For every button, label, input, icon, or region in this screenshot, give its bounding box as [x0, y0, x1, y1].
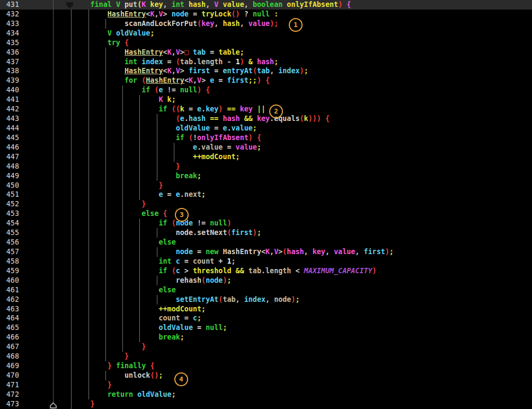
- code-line: if ((k = e.key) == key ||: [56, 105, 394, 114]
- annotation-badge: 1: [289, 18, 303, 32]
- code-line: setEntryAt(tab, index, node);: [56, 295, 394, 304]
- code-line: int c = count + 1;: [56, 257, 394, 266]
- code-line: if (node != null): [56, 219, 394, 228]
- line-number[interactable]: 431: [0, 0, 19, 10]
- line-number[interactable]: 452: [0, 199, 19, 209]
- line-number[interactable]: 435: [0, 38, 19, 48]
- code-line: }: [56, 342, 394, 352]
- line-number[interactable]: 450: [0, 181, 19, 190]
- code-line: node.setNext(first);: [56, 228, 394, 238]
- line-number[interactable]: 442: [0, 105, 19, 114]
- code-line: if (!onlyIfAbsent) {: [56, 133, 394, 143]
- code-line: break;: [56, 333, 394, 342]
- code-line: return oldValue;: [56, 390, 394, 399]
- line-number[interactable]: 438: [0, 66, 19, 76]
- annotation-badge: 3: [175, 208, 189, 222]
- code-line: ++modCount;: [56, 304, 394, 314]
- line-number[interactable]: 465: [0, 323, 19, 333]
- line-number[interactable]: 434: [0, 29, 19, 38]
- line-number[interactable]: 468: [0, 352, 19, 361]
- code-line: }: [56, 162, 394, 171]
- code-line: else: [56, 238, 394, 247]
- code-line: K k;: [56, 95, 394, 105]
- code-text-area[interactable]: final V put(K key, int hash, V value, bo…: [56, 0, 394, 409]
- line-number-gutter: 4314324334344354364374384394404414424434…: [0, 0, 19, 409]
- code-line: for (HashEntry<K,V> e = first;;) {: [56, 76, 394, 85]
- line-number[interactable]: 432: [0, 10, 19, 19]
- line-number[interactable]: 469: [0, 361, 19, 371]
- code-line: }: [56, 199, 394, 209]
- line-number[interactable]: 439: [0, 76, 19, 85]
- line-number[interactable]: 453: [0, 209, 19, 219]
- code-line: }: [56, 352, 394, 361]
- line-number[interactable]: 436: [0, 48, 19, 57]
- code-line: HashEntry<K,V> node = tryLock() ? null :: [56, 10, 394, 19]
- line-number[interactable]: 466: [0, 333, 19, 342]
- code-line: unlock();: [56, 371, 394, 380]
- line-number[interactable]: 433: [0, 19, 19, 29]
- line-number[interactable]: 471: [0, 380, 19, 390]
- code-line: node = new HashEntry<K,V>(hash, key, val…: [56, 247, 394, 257]
- code-line: break;: [56, 171, 394, 181]
- code-line: rehash(node);: [56, 276, 394, 285]
- code-line: V oldValue;: [56, 29, 394, 38]
- code-line: }: [56, 399, 394, 409]
- line-number[interactable]: 467: [0, 342, 19, 352]
- line-number[interactable]: 441: [0, 95, 19, 105]
- line-number[interactable]: 443: [0, 114, 19, 124]
- code-line: } finally {: [56, 361, 394, 371]
- code-line: count = c;: [56, 314, 394, 323]
- line-number[interactable]: 462: [0, 295, 19, 304]
- code-line: HashEntry<K,V>□ tab = table;: [56, 48, 394, 57]
- line-number[interactable]: 446: [0, 143, 19, 152]
- line-number[interactable]: 444: [0, 124, 19, 133]
- line-number[interactable]: 473: [0, 399, 19, 409]
- line-number[interactable]: 461: [0, 285, 19, 295]
- line-number[interactable]: 447: [0, 152, 19, 162]
- code-line: final V put(K key, int hash, V value, bo…: [56, 0, 394, 10]
- code-line: try {: [56, 38, 394, 48]
- line-number[interactable]: 449: [0, 171, 19, 181]
- code-line: }: [56, 181, 394, 190]
- code-line: if (c > threshold && tab.length < MAXIMU…: [56, 266, 394, 276]
- code-line: e.value = value;: [56, 143, 394, 152]
- line-number[interactable]: 456: [0, 238, 19, 247]
- line-number[interactable]: 454: [0, 219, 19, 228]
- line-number[interactable]: 472: [0, 390, 19, 399]
- line-number[interactable]: 457: [0, 247, 19, 257]
- line-number[interactable]: 470: [0, 371, 19, 380]
- line-number[interactable]: 445: [0, 133, 19, 143]
- line-number[interactable]: 460: [0, 276, 19, 285]
- line-number[interactable]: 455: [0, 228, 19, 238]
- line-number[interactable]: 437: [0, 57, 19, 67]
- code-line: ++modCount;: [56, 152, 394, 162]
- code-line: int index = (tab.length - 1) & hash;: [56, 57, 394, 67]
- code-line: if (e != null) {: [56, 85, 394, 95]
- code-line: oldValue = null;: [56, 323, 394, 333]
- line-number[interactable]: 451: [0, 190, 19, 199]
- line-number[interactable]: 464: [0, 314, 19, 323]
- line-number[interactable]: 459: [0, 266, 19, 276]
- code-line: (e.hash == hash && key.equals(k))) {: [56, 114, 394, 124]
- line-number[interactable]: 458: [0, 257, 19, 266]
- line-number[interactable]: 448: [0, 162, 19, 171]
- code-line: oldValue = e.value;: [56, 124, 394, 133]
- code-line: e = e.next;: [56, 190, 394, 199]
- code-editor[interactable]: 4314324334344354364374384394404414424434…: [0, 0, 532, 409]
- annotation-badge: 2: [269, 105, 283, 118]
- line-number[interactable]: 440: [0, 85, 19, 95]
- code-line: else {: [56, 209, 394, 219]
- line-number[interactable]: 463: [0, 304, 19, 314]
- code-line: HashEntry<K,V> first = entryAt(tab, inde…: [56, 66, 394, 76]
- annotation-badge: 4: [174, 372, 188, 386]
- fold-region-line: [53, 0, 54, 409]
- code-line: else: [56, 285, 394, 295]
- code-line: }: [56, 380, 394, 390]
- code-line: scanAndLockForPut(key, hash, value);: [56, 19, 394, 29]
